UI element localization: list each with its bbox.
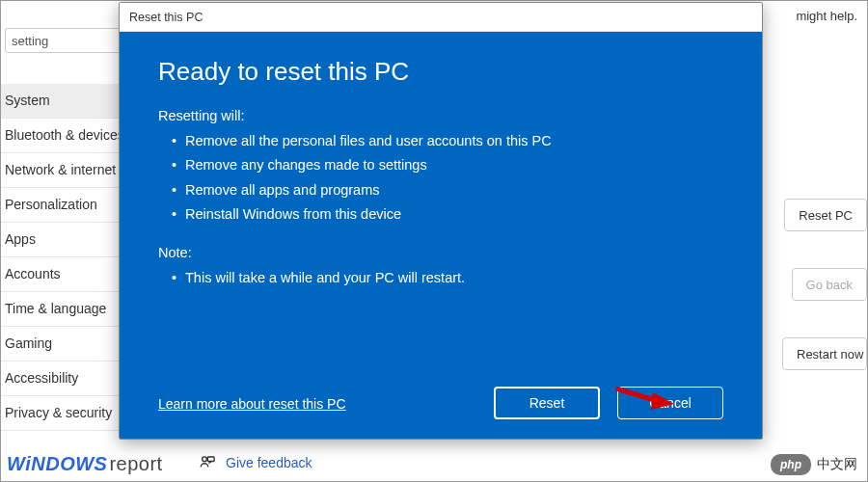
give-feedback-link[interactable]: Give feedback — [199, 454, 312, 471]
search-input[interactable] — [5, 28, 130, 53]
sidebar-item-accessibility[interactable]: Accessibility — [1, 362, 131, 396]
sidebar-item-personalization[interactable]: Personalization — [1, 188, 131, 223]
reset-button[interactable]: Reset — [494, 387, 600, 419]
svg-point-0 — [203, 457, 207, 462]
svg-rect-1 — [207, 457, 214, 462]
php-text: 中文网 — [817, 456, 857, 473]
resetting-will-label: Resetting will: — [158, 108, 723, 123]
php-badge: php — [771, 454, 811, 475]
sidebar-item-accounts[interactable]: Accounts — [1, 257, 131, 292]
dialog-title: Reset this PC — [129, 11, 203, 24]
cancel-button[interactable]: Cancel — [617, 387, 723, 419]
resetting-will-list: Remove all the personal files and user a… — [172, 129, 723, 228]
sidebar-item-privacy-security[interactable]: Privacy & security — [1, 396, 131, 431]
sidebar-item-bluetooth-devices[interactable]: Bluetooth & devices — [1, 119, 131, 153]
sidebar-item-system[interactable]: System — [1, 84, 131, 119]
list-item: Reinstall Windows from this device — [172, 202, 723, 227]
restart-now-button[interactable]: Restart now — [782, 337, 867, 370]
sidebar-item-network-internet[interactable]: Network & internet — [1, 153, 131, 188]
hint-text: might help. — [796, 9, 857, 23]
note-label: Note: — [158, 245, 723, 260]
sidebar: SystemBluetooth & devicesNetwork & inter… — [1, 84, 131, 431]
dialog-titlebar: Reset this PC — [120, 3, 762, 32]
windowsreport-watermark: WiNDOWSreport — [7, 453, 163, 475]
go-back-button[interactable]: Go back — [792, 268, 867, 301]
dialog-heading: Ready to reset this PC — [158, 57, 723, 87]
list-item: Remove all the personal files and user a… — [172, 129, 723, 153]
reset-dialog: Reset this PC Ready to reset this PC Res… — [119, 2, 763, 440]
learn-more-link[interactable]: Learn more about reset this PC — [158, 396, 346, 412]
feedback-icon — [199, 454, 216, 471]
note-list: This will take a while and your PC will … — [172, 266, 723, 290]
dialog-body: Ready to reset this PC Resetting will: R… — [120, 32, 762, 440]
list-item: Remove all apps and programs — [172, 178, 723, 202]
sidebar-item-time-language[interactable]: Time & language — [1, 292, 131, 327]
settings-window: might help. SystemBluetooth & devicesNet… — [0, 0, 868, 482]
sidebar-item-gaming[interactable]: Gaming — [1, 327, 131, 362]
php-watermark: php 中文网 — [771, 454, 857, 475]
reset-pc-button[interactable]: Reset PC — [784, 199, 867, 231]
list-item: Remove any changes made to settings — [172, 153, 723, 177]
sidebar-item-apps[interactable]: Apps — [1, 223, 131, 257]
recovery-buttons: Reset PC Go back Restart now — [782, 199, 867, 370]
list-item: This will take a while and your PC will … — [172, 266, 723, 290]
dialog-actions: Reset Cancel — [494, 387, 723, 419]
give-feedback-label: Give feedback — [226, 455, 312, 470]
